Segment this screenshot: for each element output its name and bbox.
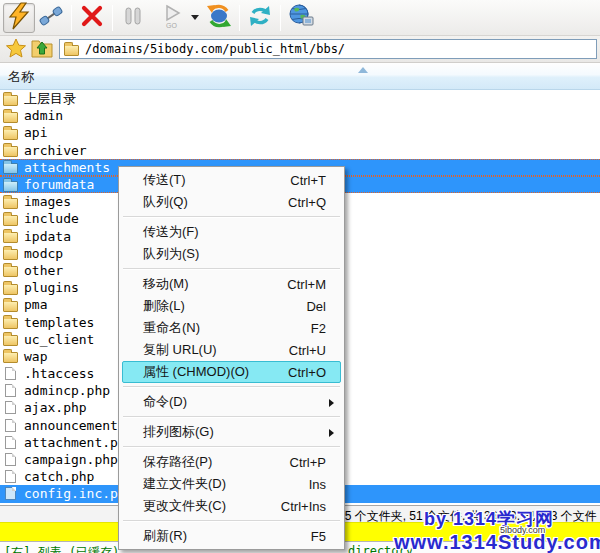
context-menu-item[interactable]: 建立文件夹(D)Ins	[122, 473, 341, 495]
item-label: ipdata	[24, 229, 71, 244]
menu-item-shortcut: F2	[311, 321, 326, 336]
item-label: include	[24, 211, 79, 226]
menu-separator	[122, 517, 341, 525]
item-label: campaign.php	[24, 452, 118, 467]
list-item[interactable]: 上层目录	[0, 90, 600, 107]
folder-icon	[3, 266, 18, 277]
context-menu-item[interactable]: 保存路径(P)Ctrl+P	[122, 451, 341, 473]
name-column-label: 名称	[8, 63, 34, 90]
context-menu-item[interactable]: 属性 (CHMOD)(O)Ctrl+O	[122, 361, 341, 383]
menu-item-shortcut: Del	[306, 299, 326, 314]
item-label: api	[24, 125, 47, 140]
up-directory-button[interactable]	[29, 38, 55, 60]
abort-x-icon	[80, 4, 104, 31]
item-label: forumdata	[24, 177, 94, 192]
menu-separator	[122, 443, 341, 451]
submenu-arrow-icon	[329, 429, 334, 437]
context-menu-item[interactable]: 移动(M)Ctrl+M	[122, 273, 341, 295]
menu-item-shortcut: Ins	[309, 477, 326, 492]
context-menu-item[interactable]: 排列图标(G)	[122, 421, 341, 443]
list-item[interactable]: api	[0, 124, 600, 141]
file-icon	[5, 419, 16, 432]
connect-lightning-icon	[6, 2, 32, 33]
context-menu-item[interactable]: 传送为(F)	[122, 221, 341, 243]
folder-icon	[3, 318, 18, 329]
refresh-icon	[247, 3, 273, 32]
item-label: uc_client	[24, 332, 94, 347]
menu-item-label: 传送为(F)	[143, 223, 199, 241]
refresh-button[interactable]	[244, 3, 276, 33]
context-menu-item[interactable]: 删除(L)Del	[122, 295, 341, 317]
menu-item-label: 保存路径(P)	[143, 453, 212, 471]
menu-separator	[122, 265, 341, 273]
pause-button[interactable]	[117, 3, 149, 33]
item-label: attachments	[24, 160, 110, 175]
up-directory-icon	[30, 37, 54, 62]
menu-item-shortcut: Ctrl+O	[288, 365, 326, 380]
list-item[interactable]: archiver	[0, 142, 600, 159]
menu-item-label: 排列图标(G)	[143, 423, 214, 441]
folder-icon	[3, 198, 18, 209]
item-label: wap	[24, 349, 47, 364]
context-menu-item[interactable]: 复制 URL(U)Ctrl+U	[122, 339, 341, 361]
pause-icon	[121, 4, 145, 31]
connect-button[interactable]	[3, 3, 35, 33]
file-icon	[5, 470, 16, 483]
quick-connect-button[interactable]	[35, 3, 67, 33]
folder-icon	[3, 232, 18, 243]
file-icon	[5, 453, 16, 466]
toolbar-separator	[280, 5, 281, 31]
menu-item-shortcut: Ctrl+U	[289, 343, 326, 358]
folder-icon	[3, 352, 18, 363]
menu-separator	[122, 413, 341, 421]
item-label: templates	[24, 315, 94, 330]
file-icon	[5, 367, 16, 380]
transfer-mode-button[interactable]	[203, 3, 235, 33]
item-label: admin	[24, 108, 63, 123]
context-menu-item[interactable]: 命令(D)	[122, 391, 341, 413]
favorites-button[interactable]	[3, 38, 29, 60]
item-label: pma	[24, 297, 47, 312]
context-menu-item[interactable]: 队列(Q)Ctrl+Q	[122, 191, 341, 213]
abort-button[interactable]	[76, 3, 108, 33]
menu-item-label: 移动(M)	[143, 275, 189, 293]
address-input[interactable]: /domains/5ibody.com/public_html/bbs/	[59, 39, 597, 59]
site-manager-button[interactable]	[285, 3, 317, 33]
folder-icon	[3, 129, 18, 140]
menu-item-shortcut: Ctrl+T	[290, 173, 326, 188]
address-toolbar: /domains/5ibody.com/public_html/bbs/	[0, 36, 600, 62]
go-dropdown-arrow-icon[interactable]	[191, 15, 199, 20]
main-toolbar: GO	[0, 0, 600, 36]
menu-item-shortcut: F5	[311, 529, 326, 544]
toolbar-separator	[239, 5, 240, 31]
go-button[interactable]: GO	[155, 3, 187, 33]
context-menu-item[interactable]: 重命名(N)F2	[122, 317, 341, 339]
go-transfer-icon: GO	[158, 3, 184, 32]
menu-separator	[122, 213, 341, 221]
context-menu-item[interactable]: 队列为(S)	[122, 243, 341, 265]
context-menu-item[interactable]: 传送(T)Ctrl+T	[122, 169, 341, 191]
folder-icon	[3, 146, 18, 157]
menu-item-label: 队列为(S)	[143, 245, 199, 263]
menu-item-shortcut: Ctrl+Q	[288, 195, 326, 210]
item-label: .htaccess	[24, 366, 94, 381]
folder-icon	[3, 163, 18, 174]
watermark-url: www.1314Study.com	[394, 531, 600, 553]
menu-item-shortcut: Ctrl+P	[290, 455, 326, 470]
folder-icon	[3, 301, 18, 312]
file-icon	[5, 487, 16, 500]
menu-item-label: 重命名(N)	[143, 319, 200, 337]
item-label: modcp	[24, 246, 63, 261]
menu-item-label: 复制 URL(U)	[143, 341, 217, 359]
item-label: plugins	[24, 280, 79, 295]
context-menu-item[interactable]: 刷新(R)F5	[122, 525, 341, 547]
item-label: other	[24, 263, 63, 278]
path-folder-icon	[64, 45, 79, 56]
folder-icon	[3, 335, 18, 346]
context-menu-item[interactable]: 更改文件夹(C)Ctrl+Ins	[122, 495, 341, 517]
list-column-header[interactable]: 名称	[0, 62, 600, 90]
log-line-left: [右] 列表 (已缓存)	[4, 544, 119, 553]
favorites-star-icon	[5, 38, 27, 61]
toolbar-separator	[112, 5, 113, 31]
list-item[interactable]: admin	[0, 107, 600, 124]
